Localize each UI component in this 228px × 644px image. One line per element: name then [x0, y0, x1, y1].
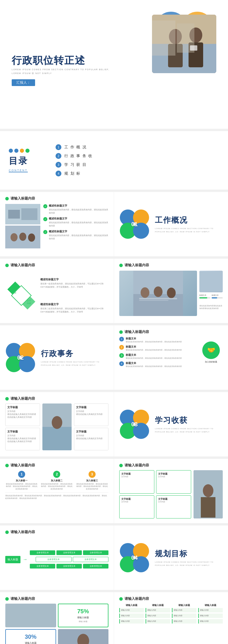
list-num-2: 2 [119, 345, 124, 350]
list-label-2: 标题文本 [126, 345, 182, 349]
col5b-item-3-1: 请输入内容 [172, 608, 196, 612]
header-dot [5, 197, 9, 200]
prog-2: 标题文本 [212, 294, 223, 303]
photo-3a [42, 403, 72, 450]
svg-point-19 [154, 286, 163, 297]
dot-1 [9, 149, 13, 153]
slide-section1: 01 工作概况 LOREM IPSUM COMES FROM SECTION C… [114, 192, 228, 256]
toc-num-3: 3 [56, 162, 61, 168]
slide-row-1: 请输入标题内容 [0, 192, 228, 256]
flow-row-2: 业务管理文本 业务管理文本 [30, 557, 108, 562]
check-text-1: 请在此处添加具体内容，请在此处添加具体内容，请在此处添加具体内容 [49, 208, 108, 214]
toc-label-1: 工 作 概 况 [64, 145, 87, 150]
col5b-item-1-2: 请输入内容 [119, 614, 144, 618]
diamond-text-label-2: 概述性标题文字 [40, 303, 108, 306]
content4b-header-row: 请输入标题内容 [5, 530, 108, 535]
box-label-3: 文字标题 [76, 406, 107, 409]
slide-content3b: 请输入标题内容 1 加入标签一 请在此处添加具体内容，请在此处添加具体内容，请在… [0, 459, 114, 523]
list-num-3: 3 [119, 353, 124, 358]
toc-item-2: 2 行 政 事 务 收 [56, 153, 219, 159]
box-content-4: 文字内容请在此处输入具体的文字内容 [76, 434, 107, 440]
section3-title: 学习收获 [155, 415, 222, 425]
content5b-cols: 请输入标题 请输入内容 请输入内容 请输入内容 请输入标题 请输入内容 请输入内… [119, 604, 223, 644]
side-svg-1 [199, 271, 223, 292]
box-item-2: 文字标题 文字内容请在此处输入具体的文字内容请在此处输入具体的文字内容 [5, 428, 40, 450]
grid-box-sub-3: 文字内容 [121, 501, 152, 503]
grid-box-1: 文字标题 文字内容 [119, 470, 154, 494]
diamond-container: 文字内容 文字内容 [5, 271, 37, 320]
pct-badge-30: 30% 请输入标题 请输入标题 [5, 629, 56, 644]
toc-items: 1 工 作 概 况 2 行 政 事 务 收 3 学 习 获 目 4 规 划 标 [50, 144, 219, 176]
box-content-3: 文字内容请在此处输入具体的文字内容 [76, 410, 107, 416]
svg-rect-25 [42, 427, 72, 450]
section3-flower: 03 [120, 410, 149, 439]
dot-4 [25, 149, 30, 153]
check-label-2: 概述性标题文字 [49, 217, 108, 221]
section2-flower: 02 [6, 343, 35, 372]
content4a-title: 请输入标题内容 [125, 463, 149, 468]
grid-box-sub-2: 文字内容 [158, 475, 189, 478]
list-text-2: 请在此处添加具体内容，请在此处添加具体内容，请在此处添加具体内容 [126, 349, 182, 351]
slide-row-3: 02 行政事务 LOREM IPSUM COMES FROM SECTION C… [0, 325, 228, 390]
prog-label-1: 标题文本 [199, 294, 210, 297]
list-item-1: 1 标题文本 请在此处添加具体内容，请在此处添加具体内容，请在此处添加具体内容 [119, 337, 196, 343]
svg-rect-6 [152, 20, 175, 56]
content4b-title: 请输入标题内容 [11, 530, 35, 535]
toc-item-3: 3 学 习 获 目 [56, 162, 219, 168]
photo-meeting-lg [119, 271, 197, 316]
svg-point-15 [28, 233, 35, 242]
flow-columns: 业务管理文本 业务管理文本 业务管理文本 业务管理文本 业务管理文本 业务管理文… [30, 550, 108, 569]
content1a-body: ✓ 概述性标题文字 请在此处添加具体内容，请在此处添加具体内容，请在此处添加具体… [5, 204, 108, 249]
svg-rect-17 [133, 294, 183, 316]
grid-box-label-3: 文字标题 [121, 497, 152, 501]
svg-rect-21 [139, 298, 177, 299]
toc-label-3: 学 习 获 目 [64, 162, 87, 167]
num-col-3: 3 加入标签三 请在此处添加具体内容，请在此处添加具体内容，请在此处添加具体内容… [76, 471, 108, 490]
content2b-items: 1 标题文本 请在此处添加具体内容，请在此处添加具体内容，请在此处添加具体内容 … [119, 337, 196, 368]
num-label-2: 加入标签二 [40, 479, 73, 482]
section2-text: 行政事务 LOREM IPSUM COMES FROM SECTION CONT… [41, 348, 108, 367]
box-content-1: 文字内容请在此处输入具体的文字内容请在此处输入具体的文字内容 [7, 410, 38, 418]
content3b-dot [5, 464, 9, 467]
svg-point-20 [167, 288, 176, 298]
content4a-header-row: 请输入标题内容 [119, 463, 223, 468]
content4a-dot [119, 464, 123, 467]
section4-title: 规划目标 [155, 549, 222, 559]
flow-row-3: 业务管理文本 业务管理文本 业务管理文本 [30, 564, 108, 569]
check-text-3: 请在此处添加具体内容，请在此处添加具体内容，请在此处添加具体内容 [49, 234, 108, 240]
svg-rect-30 [6, 604, 56, 627]
content1b-dot [5, 264, 9, 267]
prog-fill-1 [199, 297, 207, 298]
content5b-dot [119, 597, 123, 601]
check-content-3: 概述性标题文字 请在此处添加具体内容，请在此处添加具体内容，请在此处添加具体内容 [49, 230, 108, 240]
col5b-item-4-3: 请输入内容 [198, 619, 223, 624]
toc-title: 目录 [9, 155, 50, 167]
diamond-text-content-1: 请在第一处添加具体内容，请在此处添加具体内容，可以通过Ctrl+C和Ctrl+V… [40, 282, 108, 288]
cover-title: 行政职位转正述 [12, 54, 129, 66]
toc-dots-row [9, 149, 50, 153]
section2-num: 02 [17, 354, 24, 361]
svg-point-18 [141, 287, 149, 298]
reporter-badge: 汇报人： [12, 79, 35, 86]
section3-num: 03 [131, 421, 138, 428]
list-num-4: 4 [119, 361, 124, 366]
box-label-1: 文字标题 [7, 406, 38, 409]
cover-left: 行政职位转正述 LOREM IPSUM COMES FROM SECTION C… [12, 43, 129, 86]
section4-text: 规划目标 LOREM IPSUM COMES FROM SECTION CONT… [155, 549, 222, 567]
section1-title: 工作概况 [155, 215, 222, 225]
slide-cover: 行政职位转正述 LOREM IPSUM COMES FROM SECTION C… [0, 0, 228, 129]
photos-header-row: 请输入标题内容 [119, 263, 223, 268]
toc-num-1: 1 [56, 144, 61, 150]
slide-section3: 03 学习收获 LOREM IPSUM COMES FROM SECTION C… [114, 392, 228, 456]
box-items-right: 文字标题 文字内容请在此处输入具体的文字内容 文字标题 文字内容请在此处输入具体… [74, 403, 109, 450]
flow-box-3-2: 业务管理文本 [56, 564, 82, 569]
progress-row: 标题文本 标题文本 [199, 294, 223, 303]
svg-rect-8 [190, 45, 197, 51]
svg-point-13 [11, 233, 18, 241]
col5b-item-2-2: 请输入内容 [146, 614, 170, 618]
pct-sub-75: 请输入标题 [79, 620, 87, 623]
diamond-label-2: 文字内容 [27, 299, 31, 305]
diamond-label-1: 文字内容 [12, 289, 16, 294]
flow-input-box: 输入标题 [5, 556, 20, 563]
content3b-numbered: 1 加入标签一 请在此处添加具体内容，请在此处添加具体内容，请在此处添加具体内容… [5, 471, 108, 490]
